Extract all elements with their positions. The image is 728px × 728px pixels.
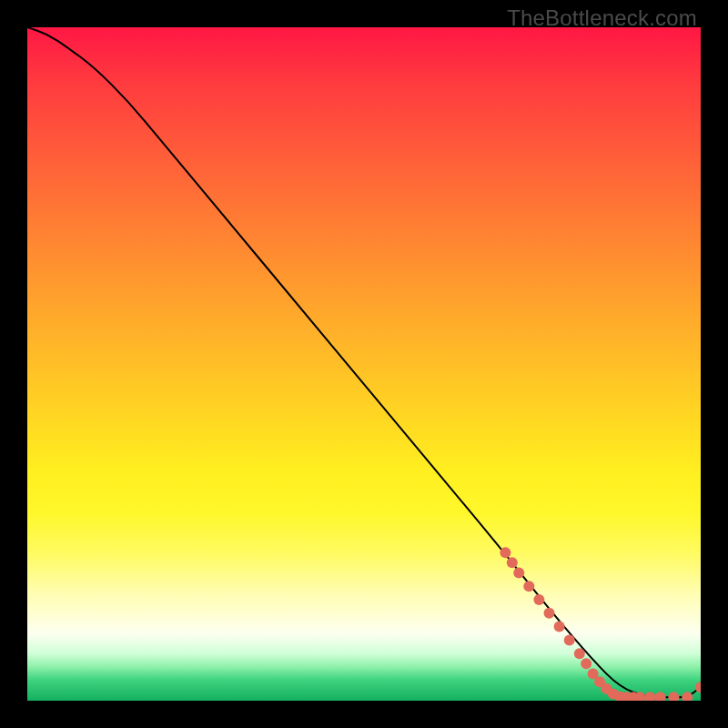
data-marker: [513, 567, 524, 578]
chart-container: TheBottleneck.com: [0, 0, 728, 728]
marker-group: [500, 547, 701, 701]
bottleneck-curve: [27, 27, 701, 697]
data-marker: [523, 581, 534, 592]
data-marker: [507, 557, 518, 568]
data-marker: [581, 658, 592, 669]
data-marker: [544, 608, 555, 619]
data-marker: [574, 648, 585, 659]
data-marker: [682, 692, 693, 701]
chart-svg: [27, 27, 701, 701]
data-marker: [554, 622, 565, 632]
data-marker: [655, 692, 666, 701]
data-marker: [645, 692, 656, 701]
plot-area: [27, 27, 701, 701]
data-marker: [500, 547, 511, 558]
data-marker: [533, 594, 544, 605]
data-marker: [564, 634, 575, 645]
data-marker: [668, 692, 679, 701]
